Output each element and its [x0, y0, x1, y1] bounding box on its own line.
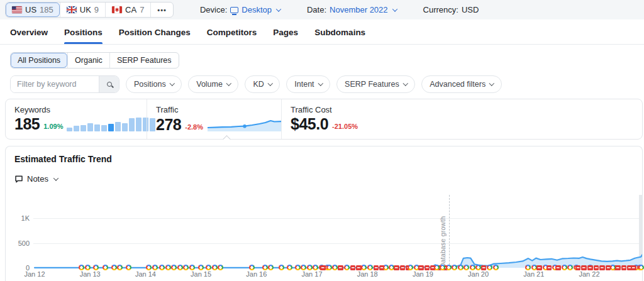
- note-marker-red[interactable]: [555, 265, 561, 271]
- note-marker-red[interactable]: [621, 265, 627, 271]
- keywords-delta: 1.09%: [43, 123, 63, 130]
- note-marker-red[interactable]: [581, 265, 587, 271]
- note-marker-google[interactable]: [279, 265, 284, 270]
- tab-subdomains[interactable]: Subdomains: [314, 28, 365, 44]
- device-selector[interactable]: Device: Desktop: [200, 5, 280, 14]
- note-marker-google[interactable]: [383, 265, 389, 270]
- note-marker-red[interactable]: [599, 265, 605, 271]
- filter-dropdown-intent[interactable]: Intent: [286, 75, 330, 93]
- note-marker-google[interactable]: [93, 265, 99, 270]
- note-marker-red[interactable]: [615, 265, 621, 271]
- traffic-value: 278: [156, 116, 181, 133]
- note-marker-google[interactable]: [177, 265, 183, 270]
- filter-bar: Positions Volume KD Intent SERP Features…: [0, 69, 644, 93]
- segment-serp-features[interactable]: SERP Features: [109, 53, 179, 68]
- segment-organic[interactable]: Organic: [67, 53, 109, 68]
- note-marker-red[interactable]: [481, 265, 487, 271]
- note-marker-red[interactable]: [320, 265, 326, 271]
- note-marker-google[interactable]: [111, 265, 117, 270]
- filter-dropdown-serp-features[interactable]: SERP Features: [336, 75, 415, 93]
- note-marker-google[interactable]: [301, 265, 306, 270]
- filter-dropdown-volume[interactable]: Volume: [188, 75, 238, 93]
- traffic-trend-card: Estimated Traffic Trend Notes 1K 500 0 D…: [5, 146, 643, 281]
- search-button[interactable]: [99, 76, 119, 92]
- ca-flag-icon: [112, 6, 122, 13]
- note-marker-google[interactable]: [638, 265, 644, 270]
- note-marker-google[interactable]: [610, 265, 616, 270]
- tab-competitors[interactable]: Competitors: [207, 28, 257, 44]
- note-marker-google[interactable]: [434, 265, 440, 270]
- top-bar: US 185 UK 9 CA 7 ••• Device: Desktop Dat…: [0, 0, 644, 19]
- filter-dropdown-positions[interactable]: Positions: [126, 75, 182, 93]
- tab-pages[interactable]: Pages: [273, 28, 298, 44]
- note-marker-google[interactable]: [367, 265, 373, 270]
- traffic-trend-chart[interactable]: 1K 500 0 Database growth Jan 12Jan 13Jan…: [6, 190, 642, 281]
- note-marker-google[interactable]: [165, 265, 171, 270]
- note-marker-red[interactable]: [418, 265, 424, 271]
- tab-overview[interactable]: Overview: [10, 28, 48, 44]
- note-marker-red[interactable]: [631, 265, 636, 271]
- note-marker-google[interactable]: [268, 265, 274, 270]
- tab-position-changes[interactable]: Position Changes: [119, 28, 191, 44]
- note-marker-google[interactable]: [152, 265, 158, 270]
- traffic-cost-value: $45.0: [291, 116, 328, 132]
- note-marker-red[interactable]: [575, 265, 581, 271]
- traffic-label: Traffic: [156, 105, 281, 114]
- chevron-down-icon: [53, 175, 58, 180]
- note-marker-google[interactable]: [307, 265, 313, 270]
- filter-dropdown-kd[interactable]: KD: [245, 75, 280, 93]
- chevron-down-icon: [489, 81, 494, 86]
- note-marker-google[interactable]: [446, 265, 452, 270]
- keyword-filter-input[interactable]: [11, 76, 99, 92]
- country-code: UK: [80, 5, 91, 14]
- note-marker-red[interactable]: [425, 265, 430, 271]
- traffic-sparkline[interactable]: [207, 116, 281, 133]
- note-bubble-icon: [14, 175, 23, 184]
- country-selector: US 185 UK 9 CA 7 •••: [5, 2, 174, 18]
- country-count: 9: [94, 5, 99, 14]
- note-marker-red[interactable]: [400, 265, 406, 271]
- chevron-down-icon: [276, 6, 281, 11]
- summary-stats-card: Keywords 185 1.09% Traffic 278 -2.8% Tra…: [5, 99, 643, 140]
- note-marker-red[interactable]: [374, 265, 379, 271]
- note-marker-red[interactable]: [547, 265, 552, 271]
- x-axis-label: Jan 22: [579, 270, 599, 278]
- traffic-cost-stat: Traffic Cost $45.0 -21.05%: [281, 99, 358, 139]
- note-marker-red[interactable]: [536, 265, 542, 271]
- note-marker-google[interactable]: [344, 265, 350, 270]
- note-marker-google[interactable]: [85, 265, 91, 270]
- more-countries-button[interactable]: •••: [150, 3, 173, 17]
- x-axis-label: Jan 18: [357, 270, 378, 278]
- filter-dropdown-advanced[interactable]: Advanced filters: [421, 75, 501, 93]
- note-marker-google[interactable]: [458, 265, 464, 270]
- date-selector[interactable]: Date: November 2022: [307, 5, 397, 14]
- note-marker-google[interactable]: [470, 265, 475, 270]
- note-marker-red[interactable]: [394, 265, 399, 271]
- note-marker-google[interactable]: [212, 265, 218, 270]
- notes-toggle[interactable]: Notes: [6, 164, 62, 184]
- country-tab-us[interactable]: US 185: [6, 3, 60, 17]
- note-marker-red[interactable]: [338, 265, 343, 271]
- segment-all-positions[interactable]: All Positions: [11, 53, 67, 68]
- country-tab-uk[interactable]: UK 9: [60, 3, 105, 17]
- x-axis-label: Jan 14: [135, 270, 156, 278]
- x-axis-label: Jan 13: [80, 270, 101, 278]
- x-axis-label: Jan 12: [24, 270, 45, 278]
- note-marker-google[interactable]: [189, 265, 195, 270]
- note-marker-google[interactable]: [103, 265, 108, 270]
- note-marker-red[interactable]: [594, 265, 599, 271]
- note-marker-google[interactable]: [295, 265, 301, 270]
- note-marker-google[interactable]: [262, 265, 268, 270]
- tab-positions[interactable]: Positions: [64, 28, 103, 44]
- note-marker-google[interactable]: [562, 265, 567, 270]
- traffic-stat: Traffic 278 -2.8%: [147, 99, 281, 139]
- country-tab-ca[interactable]: CA 7: [105, 3, 150, 17]
- database-growth-annotation-label: Database growth: [439, 196, 447, 268]
- note-marker-red[interactable]: [587, 265, 593, 271]
- note-marker-google[interactable]: [313, 265, 318, 270]
- note-marker-google[interactable]: [326, 265, 332, 270]
- keywords-label: Keywords: [14, 105, 147, 114]
- chevron-down-icon: [392, 6, 397, 11]
- keywords-minibar-chart[interactable]: [67, 117, 155, 131]
- note-marker-red[interactable]: [350, 265, 356, 271]
